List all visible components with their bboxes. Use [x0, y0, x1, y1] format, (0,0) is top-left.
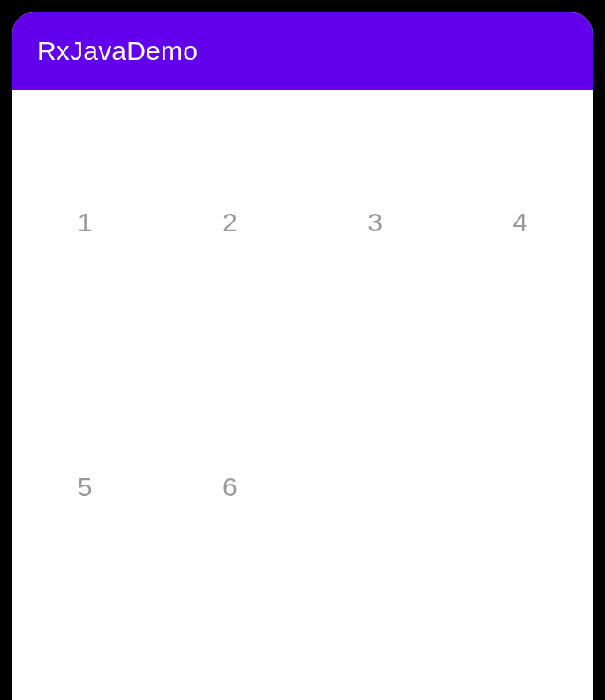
grid-item[interactable]: 4 — [448, 90, 593, 355]
grid-item-label: 2 — [223, 207, 238, 237]
content-area: 1 2 3 4 5 6 — [12, 90, 593, 700]
grid-item-label: 1 — [78, 207, 93, 237]
grid-item[interactable]: 5 — [12, 355, 157, 620]
grid-item-label: 6 — [223, 472, 238, 502]
app-title: RxJavaDemo — [37, 36, 198, 66]
grid-container[interactable]: 1 2 3 4 5 6 — [12, 90, 593, 620]
grid-item-label: 5 — [78, 472, 93, 502]
grid-item[interactable]: 2 — [157, 90, 302, 355]
device-frame: RxJavaDemo 1 2 3 4 5 6 — [0, 0, 605, 700]
grid-item[interactable]: 6 — [157, 355, 302, 620]
grid-item[interactable]: 1 — [12, 90, 157, 355]
app-bar: RxJavaDemo — [12, 12, 593, 90]
grid-item-label: 4 — [513, 207, 528, 237]
grid-item-label: 3 — [367, 207, 382, 237]
grid-item[interactable]: 3 — [303, 90, 448, 355]
